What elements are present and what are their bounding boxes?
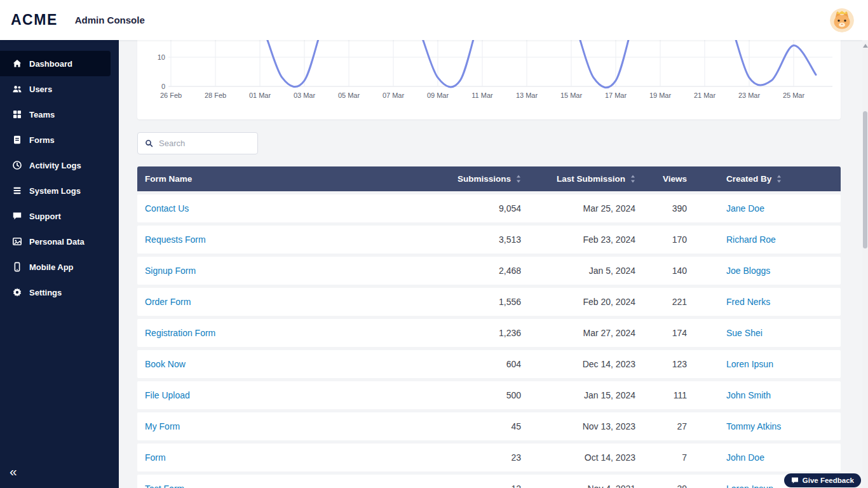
created-by-link[interactable]: John Doe [726, 452, 764, 463]
cell-views: 27 [643, 421, 695, 431]
created-by-link[interactable]: John Smith [726, 390, 771, 400]
sidebar-item-settings[interactable]: Settings [0, 280, 119, 305]
form-name-link[interactable]: Signup Form [145, 266, 196, 276]
column-header-last-submission[interactable]: Last Submission [529, 174, 643, 184]
sidebar-item-support[interactable]: Support [0, 203, 119, 229]
svg-text:25 Mar: 25 Mar [783, 92, 805, 99]
table-row: Requests Form3,513Feb 23, 2024170Richard… [137, 226, 841, 254]
cell-created-by: Fred Nerks [695, 297, 841, 307]
cell-last-submission: Oct 14, 2023 [529, 452, 643, 463]
teams-icon [12, 109, 22, 119]
created-by-link[interactable]: Tommy Atkins [726, 421, 781, 431]
scroll-up-arrow[interactable] [862, 44, 868, 50]
cell-created-by: Sue Shei [695, 328, 841, 338]
search-box[interactable] [137, 132, 258, 154]
cell-submissions: 604 [436, 359, 529, 369]
cell-form-name: Order Form [137, 297, 436, 307]
submissions-value: 604 [506, 359, 521, 369]
svg-text:21 Mar: 21 Mar [694, 92, 716, 99]
form-name-link[interactable]: Order Form [145, 297, 191, 307]
cell-views: 7 [643, 452, 695, 463]
sidebar: DashboardUsersTeamsFormsActivity LogsSys… [0, 40, 119, 488]
sort-icon[interactable] [516, 175, 521, 183]
form-name-link[interactable]: Test Form [145, 484, 184, 488]
top-bar: ACME Admin Console [0, 0, 868, 40]
created-by-link[interactable]: Richard Roe [726, 234, 776, 245]
table-row: Contact Us9,054Mar 25, 2024390Jane Doe [137, 194, 841, 222]
sidebar-item-dashboard[interactable]: Dashboard [0, 51, 111, 76]
sidebar-item-teams[interactable]: Teams [0, 102, 119, 127]
column-header-created-by[interactable]: Created By [695, 174, 841, 184]
submissions-value: 1,556 [499, 297, 521, 307]
sidebar-collapse-button[interactable]: « [10, 464, 17, 478]
sidebar-item-label: Activity Logs [29, 161, 81, 170]
sort-icon[interactable] [630, 175, 635, 183]
created-by-link[interactable]: Joe Bloggs [726, 266, 770, 276]
scrollbar[interactable] [862, 40, 868, 488]
sidebar-item-users[interactable]: Users [0, 76, 119, 102]
give-feedback-button[interactable]: Give Feedback [784, 473, 861, 487]
form-name-link[interactable]: Contact Us [145, 203, 189, 214]
created-by-link[interactable]: Fred Nerks [726, 297, 770, 307]
sidebar-item-label: Personal Data [29, 237, 85, 247]
form-name-link[interactable]: File Upload [145, 390, 190, 400]
views-value: 27 [677, 421, 687, 431]
cell-form-name: Form [137, 452, 436, 463]
cell-submissions: 9,054 [436, 203, 529, 214]
sidebar-item-system-logs[interactable]: System Logs [0, 178, 119, 203]
submissions-value: 3,513 [499, 234, 521, 245]
form-name-link[interactable]: Requests Form [145, 234, 206, 245]
svg-text:28 Feb: 28 Feb [205, 92, 226, 99]
sidebar-item-forms[interactable]: Forms [0, 127, 119, 152]
users-icon [12, 84, 22, 94]
svg-text:26 Feb: 26 Feb [160, 92, 182, 99]
created-by-link[interactable]: Sue Shei [726, 328, 763, 338]
sort-icon[interactable] [776, 175, 782, 183]
sidebar-item-label: Forms [29, 135, 55, 145]
views-value: 170 [672, 234, 687, 245]
form-name-link[interactable]: Registration Form [145, 328, 215, 338]
cell-views: 123 [643, 359, 695, 369]
feedback-bubble-icon [791, 477, 799, 484]
cell-submissions: 3,513 [436, 234, 529, 245]
system-logs-icon [12, 186, 22, 196]
views-value: 111 [674, 390, 687, 400]
settings-icon [12, 287, 22, 297]
sidebar-item-label: Teams [29, 110, 55, 119]
svg-text:17 Mar: 17 Mar [605, 92, 627, 99]
scrollbar-thumb[interactable] [863, 111, 867, 248]
search-input[interactable] [159, 139, 250, 148]
created-by-link[interactable]: Loren Ipsun [726, 359, 773, 369]
table-row: Book Now604Dec 14, 2023123Loren Ipsun [137, 350, 841, 378]
svg-text:15 Mar: 15 Mar [560, 92, 583, 99]
svg-text:07 Mar: 07 Mar [383, 92, 405, 99]
form-name-link[interactable]: Book Now [145, 359, 186, 369]
sidebar-item-activity-logs[interactable]: Activity Logs [0, 152, 119, 178]
sidebar-item-mobile-app[interactable]: Mobile App [0, 254, 119, 280]
acme-logo[interactable]: ACME [11, 11, 58, 29]
cell-last-submission: Mar 25, 2024 [529, 203, 643, 214]
user-avatar[interactable] [830, 8, 854, 32]
views-value: 123 [672, 359, 687, 369]
column-label: Views [663, 174, 687, 184]
sidebar-item-personal-data[interactable]: Personal Data [0, 229, 119, 254]
created-by-link[interactable]: Loren Ipsun [726, 484, 773, 488]
forms-icon [12, 135, 22, 145]
form-name-link[interactable]: My Form [145, 421, 180, 431]
table-row: Signup Form2,468Jan 5, 2024140Joe Bloggs [137, 257, 841, 285]
cell-form-name: Requests Form [137, 234, 436, 245]
forms-table: Form NameSubmissionsLast SubmissionViews… [137, 166, 841, 488]
form-name-link[interactable]: Form [145, 452, 166, 463]
cell-form-name: Test Form [137, 484, 436, 488]
search-icon [145, 139, 153, 148]
mobile-app-icon [12, 262, 22, 272]
last-submission-value: Feb 20, 2024 [583, 297, 635, 307]
chart-card: 01026 Feb28 Feb01 Mar03 Mar05 Mar07 Mar0… [137, 40, 841, 119]
cell-created-by: Joe Bloggs [695, 266, 841, 276]
column-label: Form Name [145, 174, 192, 184]
views-value: 221 [672, 297, 687, 307]
last-submission-value: Jan 15, 2024 [584, 390, 635, 400]
column-header-submissions[interactable]: Submissions [436, 174, 529, 184]
created-by-link[interactable]: Jane Doe [726, 203, 764, 214]
svg-text:05 Mar: 05 Mar [338, 92, 360, 99]
